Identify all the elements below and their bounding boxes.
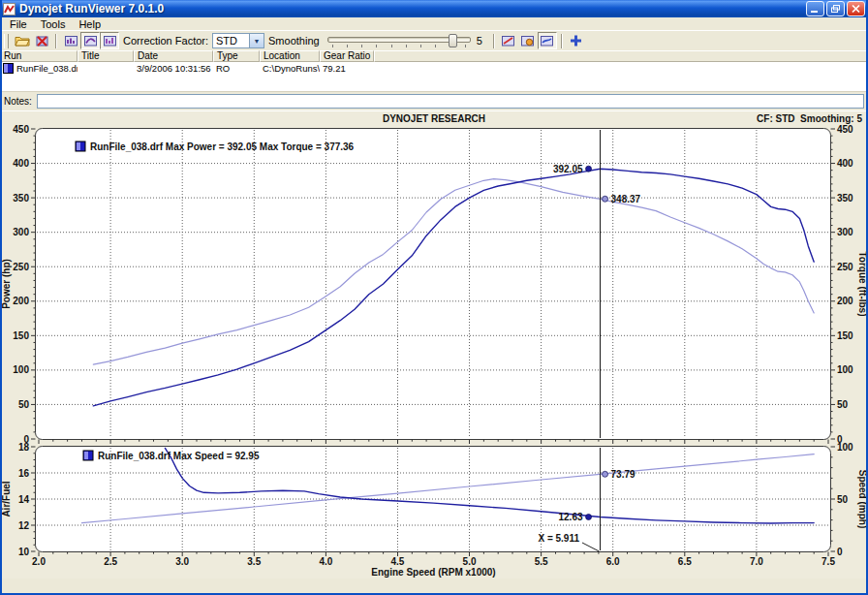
run-file-name: RunFile_038.drf (16, 63, 78, 74)
chart-blue-icon[interactable] (538, 32, 557, 49)
toolbar: Correction Factor: STD ▼ Smoothing 5 (0, 30, 868, 50)
speed-chart-legend: RunFile_038.drf Max Speed = 92.95 (98, 451, 260, 461)
svg-text:5.5: 5.5 (535, 556, 548, 567)
svg-text:7.5: 7.5 (822, 556, 835, 567)
svg-text:50: 50 (837, 399, 849, 410)
notes-label: Notes: (4, 96, 32, 107)
run-location-cell: C:\DynoRuns\DD... (260, 63, 320, 74)
column-header-location[interactable]: Location (260, 50, 320, 62)
svg-text:3.5: 3.5 (247, 556, 261, 567)
svg-text:6.5: 6.5 (678, 556, 692, 567)
svg-text:4.0: 4.0 (319, 556, 332, 567)
power-marker (586, 166, 592, 172)
notes-bar: Notes: (0, 91, 868, 110)
run-color-swatch-icon (3, 63, 14, 74)
delete-run-icon[interactable] (32, 32, 51, 49)
torque-value-label: 348.37 (611, 194, 641, 204)
svg-text:400: 400 (13, 158, 29, 169)
torque-marker (603, 196, 608, 202)
svg-text:150: 150 (13, 330, 29, 341)
toolbar-separator (55, 34, 57, 48)
svg-text:50: 50 (837, 494, 849, 505)
smoothing-slider[interactable] (327, 33, 471, 48)
menu-file[interactable]: File (3, 18, 34, 30)
svg-text:100: 100 (13, 364, 29, 375)
run-file-cell[interactable]: RunFile_038.drf (0, 63, 78, 74)
column-header-title[interactable]: Title (78, 50, 134, 62)
svg-text:450: 450 (837, 125, 853, 135)
column-header-type[interactable]: Type (213, 50, 260, 62)
power-chart-legend: RunFile_038.drf Max Power = 392.05 Max T… (90, 141, 355, 152)
notes-input[interactable] (37, 94, 864, 109)
svg-text:16: 16 (18, 468, 30, 479)
speed-value-label: 73.79 (611, 469, 636, 480)
svg-text:400: 400 (837, 158, 853, 169)
correction-factor-select[interactable]: STD ▼ (212, 33, 264, 48)
svg-text:300: 300 (13, 227, 29, 237)
dyno-graph[interactable]: 0050501001001501502002002502503003003503… (0, 125, 868, 579)
chart-panel: DYNOJET RESEARCH CF: STD Smoothing: 5 00… (0, 110, 868, 579)
chevron-down-icon[interactable]: ▼ (249, 34, 264, 47)
svg-text:350: 350 (837, 193, 853, 204)
power-torque-plot[interactable] (36, 129, 831, 440)
svg-text:4.5: 4.5 (391, 556, 405, 567)
open-folder-icon[interactable] (13, 32, 32, 49)
close-button[interactable] (847, 1, 865, 16)
svg-text:250: 250 (837, 262, 853, 272)
restore-button[interactable] (826, 1, 845, 16)
title-bar[interactable]: Dynojet RunViewer 7.0.1.0 (0, 0, 868, 17)
menu-tools[interactable]: Tools (34, 18, 73, 30)
crosshair-icon[interactable] (567, 32, 586, 49)
column-header-blank (374, 50, 868, 62)
toolbar-separator (561, 34, 563, 48)
table-row[interactable]: RunFile_038.drf 3/9/2006 10:31:56 RO C:\… (0, 62, 868, 75)
power-axis-label: Power (hp) (1, 259, 12, 309)
menu-bar: File Tools Help (0, 17, 868, 30)
power-value-label: 392.05 (553, 164, 583, 174)
correction-factor-value: STD (216, 35, 237, 47)
chart-icon-3[interactable] (100, 32, 119, 49)
smoothing-value: 5 (477, 35, 482, 47)
svg-text:300: 300 (837, 227, 853, 237)
chart-icon-1[interactable] (61, 32, 80, 49)
svg-text:100: 100 (837, 364, 853, 375)
toolbar-grip[interactable] (4, 34, 9, 48)
svg-text:250: 250 (13, 262, 29, 272)
cursor-x-label: X = 5.911 (538, 533, 579, 544)
minimize-button[interactable] (806, 1, 824, 16)
svg-text:Engine Speed (RPM x1000): Engine Speed (RPM x1000) (371, 567, 495, 578)
svg-text:2.0: 2.0 (32, 556, 46, 567)
smoothing-slider-thumb[interactable] (449, 34, 457, 47)
svg-text:7.0: 7.0 (750, 556, 763, 567)
svg-text:100: 100 (837, 442, 853, 453)
chart-icon-2[interactable] (80, 32, 100, 49)
column-header-gear-ratio[interactable]: Gear Ratio (320, 50, 374, 62)
run-date-cell: 3/9/2006 10:31:56 (134, 63, 213, 74)
smoothing-label: Smoothing (268, 35, 320, 47)
svg-text:14: 14 (18, 494, 30, 505)
svg-text:350: 350 (13, 193, 29, 204)
svg-text:150: 150 (837, 330, 853, 341)
column-header-date[interactable]: Date (134, 50, 213, 62)
correction-factor-label: Correction Factor: (123, 35, 208, 47)
menu-help[interactable]: Help (72, 18, 108, 30)
chart-red-icon[interactable] (499, 32, 518, 49)
smoothing-slider-ticks (332, 45, 466, 47)
window-border-left (0, 0, 2, 595)
chart-settings-readout: CF: STD Smoothing: 5 (757, 113, 862, 124)
run-type-cell: RO (213, 63, 260, 74)
svg-text:5.0: 5.0 (463, 556, 477, 567)
toolbar-separator (493, 34, 495, 48)
svg-text:50: 50 (18, 399, 30, 410)
app-window: Dynojet RunViewer 7.0.1.0 File Tools Hel… (0, 0, 868, 595)
svg-text:200: 200 (837, 296, 853, 306)
column-header-run[interactable]: Run (0, 50, 78, 62)
speed-marker (603, 471, 608, 477)
chart-header: DYNOJET RESEARCH CF: STD Smoothing: 5 (0, 111, 868, 125)
svg-text:200: 200 (13, 296, 29, 306)
app-icon (3, 3, 16, 16)
airfuel-axis-label: Air/Fuel (1, 481, 12, 517)
chart-title: DYNOJET RESEARCH (0, 113, 868, 124)
air_fuel-value-label: 12.63 (559, 512, 583, 522)
chart-globe-icon[interactable] (518, 32, 538, 49)
